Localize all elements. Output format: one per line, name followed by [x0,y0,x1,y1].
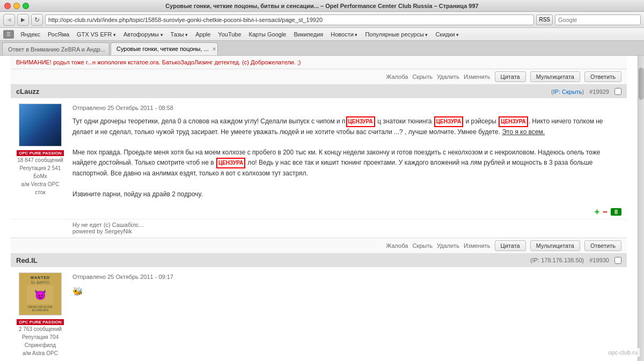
post-clauzz-underline: Это я ко всем. [502,128,545,136]
bookmark-apple[interactable]: Apple [192,30,214,39]
change-link-c[interactable]: Изменить [464,242,491,249]
post-clauzz-avatar-area: OPC PURE PASSION 18 847 сообщений Репута… [16,104,64,200]
notice-text: ВНИМАНИЕ! родьл тоже г...н жопология кст… [16,59,301,65]
avatar-wanted-image: WANTED EL BARTO 😈 DEAD OR ALIVE $1,000,0… [19,272,61,315]
bookmark-youtube[interactable]: YouTube [215,30,244,39]
post-redil-avatar: WANTED EL BARTO 😈 DEAD OR ALIVE $1,000,0… [19,272,62,315]
reply-btn-top[interactable]: Ответить [584,71,621,82]
post-redil-id: #19930 [589,257,609,263]
bookmark-popular[interactable]: Популярные ресурсы [362,30,431,39]
tab-1-close[interactable]: ✕ [108,46,109,52]
window-controls[interactable] [4,3,29,9]
post-redil: Red.IL (IP: 178.176.138.50) #19930 WANTE… [11,254,627,361]
post-clauzz-text: Отправлено 25 Октябрь 2011 - 08:58 Тут о… [72,104,621,200]
post-clauzz-paragraph2: Мне пох правда. Проедьте меня хотя бы на… [72,148,621,179]
tab-1-label: Ответ в Вниманию ZeBRA и Андр... [8,46,105,53]
post-clauzz-checkbox[interactable] [614,88,621,95]
bookmark-rosyama[interactable]: РосЯма [45,30,72,39]
vote-count-clauzz: 8 [611,208,621,216]
maximize-button[interactable] [23,3,29,9]
scrollbar[interactable] [638,56,644,361]
change-link-top[interactable]: Изменить [464,73,491,80]
bookmark-tazy[interactable]: Тазы [167,30,192,39]
post-clauzz-paragraph3: Извините парни, пойду на драйв 2 подрочу… [72,189,621,200]
reply-btn-c[interactable]: Ответить [584,240,621,251]
post-clauzz-body: OPC PURE PASSION 18 847 сообщений Репута… [11,98,627,205]
post-clauzz-date: Отправлено 25 Октябрь 2011 - 08:58 [72,104,621,113]
post-clauzz-username[interactable]: cLauzz [16,87,39,95]
delete-link-c[interactable]: Удалить [437,242,459,249]
forum-container: ВНИМАНИЕ! родьл тоже г...н жопология кст… [11,56,633,361]
post-redil-ip: (IP: 178.176.138.50) [530,257,584,263]
minimize-button[interactable] [13,3,20,9]
bookmark-news[interactable]: Новости [327,30,361,39]
hide-link-c[interactable]: Скрыть [412,242,433,249]
post-clauzz-paragraph1: Тут одни дрочеры теоретики, дела 0 а сло… [72,116,621,137]
post-clauzz-signature: Ну не едет (с) Сашабілс... powered by Se… [11,219,627,238]
bookmarks-bar: ☰ Яндекс РосЯма GTX VS EFR Автофорумы Та… [0,28,644,41]
tab-1[interactable]: Ответ в Вниманию ZeBRA и Андр... ✕ [2,42,109,55]
vote-plus-clauzz[interactable]: + [595,207,599,217]
multiquote-btn-c[interactable]: Мультицитата [530,240,580,251]
post-redil-username[interactable]: Red.IL [16,256,38,264]
close-button[interactable] [4,3,11,9]
bookmark-yandex[interactable]: Яндекс [17,30,43,39]
post-redil-car: а/м Astra OPC [19,349,62,357]
post-redil-date: Отправлено 25 Октябрь 2011 - 09:17 [72,272,621,282]
quote-btn-c[interactable]: Цитата [495,240,526,251]
tab-2[interactable]: Суровые гонки, четкие поцоны, ... ✕ [111,42,218,55]
post-clauzz: cLauzz (IP: Скрыть) #19929 OPC PURE [11,85,627,254]
tab-2-close[interactable]: ✕ [212,46,216,52]
post-clauzz-header: cLauzz (IP: Скрыть) #19929 [11,85,627,98]
post-clauzz-votes: + – 8 [11,205,627,219]
censored-3: ЦЕНЗУРА [499,116,528,127]
bookmark-discounts[interactable]: Скидки [432,30,462,39]
bookmarks-icon: ☰ [3,30,14,39]
complain-link-top[interactable]: Жалоба [386,73,408,80]
sig-line1: Ну не едет (с) Сашабілс... [72,222,621,228]
scrollbar-thumb[interactable] [639,68,644,100]
watermark: opc-club.ru [606,348,640,357]
post-clauzz-stats: 18 847 сообщений Репутация 2 541 БоМх а/… [16,156,64,196]
post-clauzz-id: #19929 [589,89,609,95]
post-redil-stats: 2 763 сообщений Репутация 704 Спрингфилд… [19,325,62,357]
content-area: ВНИМАНИЕ! родьл тоже г...н жопология кст… [0,56,644,361]
browser-window: Суровые гонки, четкие поцоны, битвы и се… [0,0,644,361]
forward-button[interactable]: ▶ [17,14,29,26]
post-clauzz-post-count: 18 847 сообщений [16,156,64,164]
post-redil-post-count: 2 763 сообщений [19,325,62,333]
bookmark-google-maps[interactable]: Карты Google [246,30,290,39]
post-clauzz-ip-link[interactable]: IP: Скрыть [553,89,582,95]
post-redil-text: Отправлено 25 Октябрь 2011 - 09:17 🐝 [72,272,621,357]
search-input[interactable] [555,14,641,25]
post-redil-opc-badge: OPC PURE PASSION [17,319,63,325]
bookmark-gtx[interactable]: GTX VS EFR [74,30,119,39]
bee-emoji: 🐝 [72,287,83,296]
address-bar[interactable] [45,14,534,25]
delete-link-top[interactable]: Удалить [437,73,459,80]
bookmark-autoforums[interactable]: Автофорумы [120,30,166,39]
reload-button[interactable]: ↻ [31,14,43,26]
top-actions-row: Жалоба Скрыть Удалить Изменить Цитата Му… [11,69,627,85]
complain-link-c[interactable]: Жалоба [386,242,408,249]
censored-4: ЦЕНЗУРА [216,158,245,168]
post-redil-city: Спрингфилд [19,341,62,349]
post-redil-body: WANTED EL BARTO 😈 DEAD OR ALIVE $1,000,0… [11,267,627,361]
quote-btn-top[interactable]: Цитата [495,71,526,82]
bookmark-wikipedia[interactable]: Википедия [290,30,326,39]
back-button[interactable]: ◀ [3,14,15,26]
rss-button[interactable]: RSS [536,14,553,25]
top-notice: ВНИМАНИЕ! родьл тоже г...н жопология кст… [11,56,627,69]
vote-minus-clauzz[interactable]: – [603,207,608,217]
post-redil-meta: (IP: 178.176.138.50) #19930 [530,257,621,264]
censored-1: ЦЕНЗУРА [346,116,375,127]
post-clauzz-avatar [19,104,62,146]
window-title: Суровые гонки, четкие поцоны, битвы и се… [165,3,478,9]
post-clauzz-ip: (IP: Скрыть) [551,89,584,95]
post-redil-checkbox[interactable] [614,257,621,264]
hide-link-top[interactable]: Скрыть [412,73,433,80]
multiquote-btn-top[interactable]: Мультицитата [530,71,580,82]
post-clauzz-city: БоМх [16,172,64,180]
post-clauzz-actions: Жалоба Скрыть Удалить Изменить Цитата Му… [11,238,627,253]
censored-2: ЦЕНЗУРА [434,116,463,127]
